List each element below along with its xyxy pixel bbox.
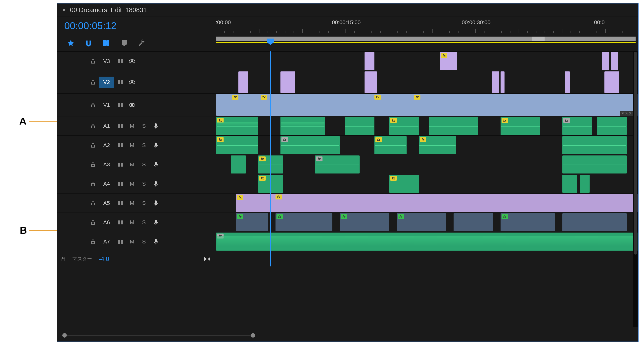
audio-clip[interactable]: fx bbox=[500, 213, 555, 231]
playhead[interactable] bbox=[270, 51, 271, 266]
master-track-row[interactable] bbox=[216, 251, 638, 266]
track-row-a5[interactable]: fx fx bbox=[216, 193, 638, 213]
sequence-tab-title[interactable]: 00 Dreamers_Edit_180831 bbox=[70, 6, 147, 14]
track-header-a1[interactable]: A1MS bbox=[58, 116, 216, 135]
voice-record-toggle[interactable] bbox=[150, 200, 162, 206]
track-label[interactable]: V2 bbox=[99, 77, 114, 88]
tab-close-button[interactable]: × bbox=[62, 7, 66, 13]
video-clip[interactable] bbox=[238, 71, 248, 93]
track-row-a2[interactable]: fx fx fx fx bbox=[216, 135, 638, 155]
marker-icon[interactable] bbox=[120, 38, 128, 47]
solo-toggle[interactable]: S bbox=[138, 161, 150, 168]
sync-lock-toggle[interactable] bbox=[114, 181, 126, 186]
lock-toggle[interactable] bbox=[87, 239, 99, 244]
track-header-v3[interactable]: V3 bbox=[58, 51, 216, 71]
master-output-icon[interactable] bbox=[204, 257, 211, 262]
lock-toggle[interactable] bbox=[87, 80, 99, 85]
audio-clip[interactable]: fx bbox=[340, 213, 389, 231]
audio-clip[interactable] bbox=[280, 117, 325, 135]
zoom-handle-left[interactable] bbox=[62, 333, 67, 338]
audio-clip[interactable]: fx bbox=[280, 136, 340, 154]
track-label[interactable]: A5 bbox=[99, 197, 114, 209]
audio-clip[interactable] bbox=[597, 117, 627, 135]
mute-toggle[interactable]: M bbox=[126, 142, 138, 149]
audio-clip[interactable]: fx bbox=[315, 155, 360, 173]
track-header-a3[interactable]: A3MS bbox=[58, 155, 216, 174]
lock-toggle[interactable] bbox=[58, 256, 69, 262]
video-clip[interactable] bbox=[364, 71, 377, 93]
track-label[interactable]: A1 bbox=[99, 120, 114, 132]
video-clip[interactable] bbox=[280, 71, 295, 93]
solo-toggle[interactable]: S bbox=[138, 219, 150, 226]
audio-clip[interactable] bbox=[562, 213, 627, 231]
master-track-header[interactable]: マスター -4.0 bbox=[58, 251, 216, 266]
track-row-a1[interactable]: fx fx fx fx bbox=[216, 116, 638, 135]
track-row-a7[interactable]: fx bbox=[216, 232, 638, 251]
audio-clip[interactable]: fx bbox=[389, 175, 419, 193]
video-clip[interactable] bbox=[611, 52, 618, 70]
track-visibility-toggle[interactable] bbox=[126, 59, 138, 63]
mute-toggle[interactable]: M bbox=[126, 161, 138, 168]
audio-clip[interactable]: fx bbox=[216, 117, 258, 135]
voice-record-toggle[interactable] bbox=[150, 142, 162, 149]
lock-toggle[interactable] bbox=[87, 143, 99, 148]
track-label[interactable]: A4 bbox=[99, 178, 114, 190]
panel-menu-button[interactable]: ≡ bbox=[151, 7, 154, 13]
video-clip[interactable] bbox=[492, 71, 499, 93]
work-area-bar[interactable] bbox=[216, 42, 636, 43]
track-header-a6[interactable]: A6MS bbox=[58, 213, 216, 232]
lock-toggle[interactable] bbox=[87, 123, 99, 129]
audio-clip[interactable]: fx bbox=[419, 136, 456, 154]
zoom-handle-right[interactable] bbox=[251, 333, 255, 338]
track-row-v2[interactable] bbox=[216, 71, 638, 93]
track-row-a6[interactable]: fx fx fx fx fx bbox=[216, 213, 638, 232]
audio-clip[interactable] bbox=[231, 155, 246, 173]
sync-lock-toggle[interactable] bbox=[114, 143, 126, 148]
track-label[interactable]: A2 bbox=[99, 140, 114, 151]
audio-clip[interactable]: fx bbox=[397, 213, 446, 231]
lock-toggle[interactable] bbox=[87, 181, 99, 187]
solo-toggle[interactable]: S bbox=[138, 181, 150, 187]
audio-clip[interactable]: fx bbox=[236, 213, 268, 231]
track-label[interactable]: V1 bbox=[99, 99, 114, 111]
track-header-a5[interactable]: A5MS bbox=[58, 193, 216, 213]
track-header-v2[interactable]: V2 bbox=[58, 71, 216, 93]
voice-record-toggle[interactable] bbox=[150, 181, 162, 187]
solo-toggle[interactable]: S bbox=[138, 123, 150, 129]
lock-toggle[interactable] bbox=[87, 102, 99, 108]
audio-clip[interactable]: fx bbox=[562, 117, 592, 135]
vertical-scroll-thumb[interactable] bbox=[634, 52, 637, 255]
audio-clip[interactable] bbox=[580, 175, 590, 193]
voice-record-toggle[interactable] bbox=[150, 239, 162, 245]
track-clip-area[interactable]: fx fx fx fx fx マスター bbox=[216, 51, 638, 266]
zoom-scrollbar[interactable] bbox=[216, 34, 636, 51]
audio-clip[interactable]: fx bbox=[216, 136, 258, 154]
snap-icon[interactable] bbox=[84, 38, 93, 47]
video-clip[interactable] bbox=[565, 71, 570, 93]
sync-lock-toggle[interactable] bbox=[114, 162, 126, 167]
mute-toggle[interactable]: M bbox=[126, 123, 138, 129]
mute-toggle[interactable]: M bbox=[126, 239, 138, 245]
track-label[interactable]: V3 bbox=[99, 56, 114, 67]
track-header-v1[interactable]: V1 bbox=[58, 93, 216, 116]
track-label[interactable]: A6 bbox=[99, 217, 114, 228]
audio-clip[interactable] bbox=[429, 117, 478, 135]
voice-record-toggle[interactable] bbox=[150, 161, 162, 168]
track-header-a7[interactable]: A7MS bbox=[58, 232, 216, 251]
wrench-icon[interactable] bbox=[138, 38, 146, 47]
track-row-v1[interactable]: fx fx fx fx マスター bbox=[216, 93, 638, 116]
sync-lock-toggle[interactable] bbox=[114, 80, 126, 85]
video-clip[interactable] bbox=[216, 94, 638, 116]
lock-toggle[interactable] bbox=[87, 58, 99, 64]
video-clip[interactable] bbox=[500, 71, 504, 93]
voice-record-toggle[interactable] bbox=[150, 123, 162, 129]
mute-toggle[interactable]: M bbox=[126, 200, 138, 206]
linked-selection-icon[interactable] bbox=[102, 38, 111, 47]
track-visibility-toggle[interactable] bbox=[126, 80, 138, 84]
audio-clip[interactable]: fx bbox=[236, 194, 638, 212]
sync-lock-toggle[interactable] bbox=[114, 201, 126, 206]
audio-clip[interactable] bbox=[454, 213, 493, 231]
sync-lock-toggle[interactable] bbox=[114, 103, 126, 107]
audio-clip[interactable] bbox=[562, 136, 627, 154]
track-label[interactable]: A7 bbox=[99, 236, 114, 247]
